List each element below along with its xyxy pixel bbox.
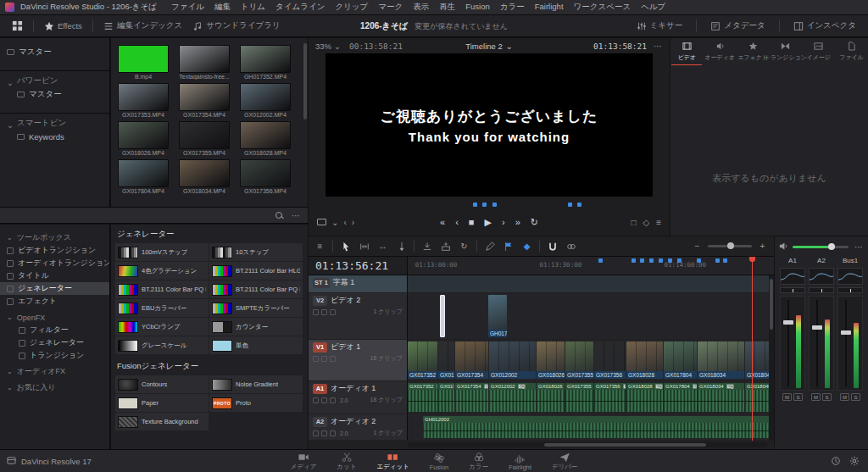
timeline-vertical-scrollbar[interactable] bbox=[769, 275, 774, 441]
selection-tool-icon[interactable] bbox=[339, 240, 352, 253]
video-clip[interactable]: GX018028 bbox=[626, 342, 663, 379]
lock-icon[interactable] bbox=[313, 397, 319, 403]
generator-item[interactable]: EBUカラーバー bbox=[115, 299, 209, 317]
eq-graph[interactable] bbox=[837, 268, 863, 285]
generator-item[interactable]: Contours bbox=[115, 375, 209, 393]
media-clip[interactable]: GX017354.MP4 bbox=[179, 83, 235, 118]
play-button[interactable]: ▶ bbox=[484, 217, 491, 228]
inspector-tab-transition[interactable]: トランジション bbox=[771, 42, 801, 65]
panel-options-icon[interactable]: ⋯ bbox=[292, 211, 301, 220]
page-cut[interactable]: カット bbox=[337, 452, 356, 471]
generator-item[interactable]: 10ステップ bbox=[209, 243, 303, 261]
track-lane-ST1[interactable] bbox=[408, 275, 769, 292]
audio-clip[interactable]: GH012002 bbox=[423, 416, 769, 438]
media-clip[interactable]: B.mp4 bbox=[118, 45, 174, 80]
menu-item[interactable]: 再生 bbox=[435, 0, 459, 14]
track-header[interactable]: A2オーディオ 22.01 クリップ bbox=[309, 414, 408, 440]
playhead[interactable] bbox=[752, 257, 753, 441]
toolbox-item[interactable]: オーディオトランジション bbox=[0, 257, 109, 269]
generator-item[interactable]: YCbCrランプ bbox=[115, 318, 209, 336]
lock-icon[interactable] bbox=[313, 430, 319, 436]
auto-select-icon[interactable] bbox=[321, 397, 327, 403]
viewer-marker[interactable] bbox=[482, 203, 487, 207]
fader-knob[interactable] bbox=[812, 325, 822, 330]
media-scrollbar[interactable] bbox=[303, 43, 307, 119]
auto-select-icon[interactable] bbox=[321, 309, 327, 315]
audio-clip[interactable]: GX017355EQ bbox=[565, 383, 593, 412]
video-clip[interactable]: GX017352 bbox=[408, 342, 437, 379]
video-clip[interactable]: GX018026 bbox=[537, 342, 565, 379]
track-lane-A1[interactable]: GX017352EQGX017353EQGX017354EQGX012002EQ… bbox=[408, 381, 769, 414]
video-clip[interactable]: GX018040 bbox=[745, 342, 769, 379]
trim-tool-icon[interactable] bbox=[358, 240, 370, 253]
insert-clip-icon[interactable] bbox=[420, 240, 433, 253]
track-badge[interactable]: V1 bbox=[313, 342, 327, 353]
menu-item[interactable]: Fusion bbox=[461, 0, 494, 14]
playhead-handle[interactable] bbox=[749, 257, 755, 262]
generator-item[interactable]: 100mVステップ bbox=[115, 243, 209, 261]
menu-item[interactable]: カラー bbox=[496, 0, 529, 14]
toolbox-item[interactable]: タイトル bbox=[0, 269, 109, 282]
menu-item[interactable]: Fairlight bbox=[531, 0, 568, 14]
track-lane-V1[interactable]: GX017352GX017353GX017354GX012002GX018026… bbox=[408, 340, 769, 380]
pan-control[interactable] bbox=[809, 287, 834, 293]
enable-track-icon[interactable] bbox=[330, 309, 336, 315]
bin-item[interactable]: マスター bbox=[0, 45, 109, 58]
viewer-marker[interactable] bbox=[492, 203, 497, 207]
go-to-end-button[interactable]: » bbox=[515, 217, 520, 227]
inspector-tab-image[interactable]: イメージ bbox=[804, 42, 834, 65]
timeline-marker[interactable] bbox=[677, 258, 682, 263]
search-icon[interactable] bbox=[275, 212, 283, 219]
fader[interactable] bbox=[780, 296, 805, 391]
track-lane-V2[interactable]: GH017352 bbox=[408, 293, 769, 339]
viewer-video-frame[interactable]: ご視聴ありがとうございました Thank you for watching bbox=[326, 53, 653, 197]
track-header[interactable]: ST 1字幕 1 bbox=[309, 275, 408, 292]
generator-item[interactable]: カウンター bbox=[209, 318, 303, 336]
viewer-scrub-bar[interactable] bbox=[326, 200, 653, 208]
viewer-marker[interactable] bbox=[568, 203, 572, 207]
settings-gear-icon[interactable] bbox=[849, 456, 860, 468]
generator-item[interactable]: PROTOProto bbox=[209, 394, 303, 412]
generator-item[interactable]: BT.2111 Color Bar PQ Narrow bbox=[209, 280, 303, 298]
chevron-down-icon[interactable]: ⌄ bbox=[331, 218, 338, 227]
track-badge[interactable]: V2 bbox=[313, 296, 327, 306]
media-clip[interactable]: GX017356.MP4 bbox=[240, 159, 296, 194]
video-clip[interactable]: GX017353 bbox=[438, 342, 454, 379]
inspector-tab-effects[interactable]: エフェクト bbox=[737, 42, 768, 65]
inspector-tab-audio[interactable]: オーディオ bbox=[704, 42, 735, 65]
stop-button[interactable]: ■ bbox=[469, 217, 475, 227]
toolbox-item[interactable]: ジェネレーター bbox=[0, 336, 109, 349]
metadata-button[interactable]: メタデータ bbox=[705, 18, 770, 34]
previous-edit-icon[interactable]: ‹ bbox=[343, 218, 346, 227]
audio-clip[interactable]: GX018028EQ bbox=[626, 383, 663, 412]
lock-icon[interactable] bbox=[313, 356, 319, 362]
pen-tool-icon[interactable] bbox=[483, 240, 496, 253]
audio-clip[interactable]: GX017354EQ bbox=[455, 383, 488, 412]
replace-clip-icon[interactable]: ↻ bbox=[458, 240, 470, 253]
inspector-tab-file[interactable]: ファイル bbox=[837, 42, 867, 65]
menu-item[interactable]: ヘルプ bbox=[637, 0, 670, 14]
mixer-strip-A1[interactable]: A1MS bbox=[779, 257, 806, 401]
page-edit[interactable]: エディット bbox=[376, 452, 409, 471]
timeline-marker[interactable] bbox=[598, 258, 603, 263]
media-clip[interactable]: GX018028.MP4 bbox=[240, 121, 296, 156]
page-fairlight[interactable]: Fairlight bbox=[509, 453, 531, 471]
video-clip[interactable]: GX012002 bbox=[489, 342, 536, 379]
video-clip[interactable]: GX018034 bbox=[698, 342, 744, 379]
audio-clip[interactable]: GX017352EQ bbox=[408, 383, 437, 412]
viewer-options-icon[interactable]: ⋯ bbox=[654, 42, 663, 51]
toolbox-item[interactable]: フィルター bbox=[0, 324, 109, 336]
track-badge[interactable]: ST 1 bbox=[313, 278, 330, 288]
toolbox-item[interactable]: エフェクト bbox=[0, 295, 109, 308]
inspector-tab-video[interactable]: ビデオ bbox=[671, 42, 702, 65]
solo-button[interactable]: S bbox=[851, 393, 860, 401]
menu-item[interactable]: 表示 bbox=[409, 0, 433, 14]
timeline-marker[interactable] bbox=[697, 258, 701, 263]
generator-item[interactable]: SMPTEカラーバー bbox=[209, 299, 303, 317]
viewer-marker[interactable] bbox=[577, 203, 581, 207]
toolbox-item[interactable]: ビデオトランジション bbox=[0, 244, 109, 257]
track-header[interactable]: A1オーディオ 12.018 クリップ bbox=[309, 381, 408, 414]
menu-item[interactable]: タイムライン bbox=[271, 0, 329, 14]
page-color[interactable]: カラー bbox=[469, 452, 488, 471]
timeline-marker[interactable] bbox=[659, 258, 663, 263]
